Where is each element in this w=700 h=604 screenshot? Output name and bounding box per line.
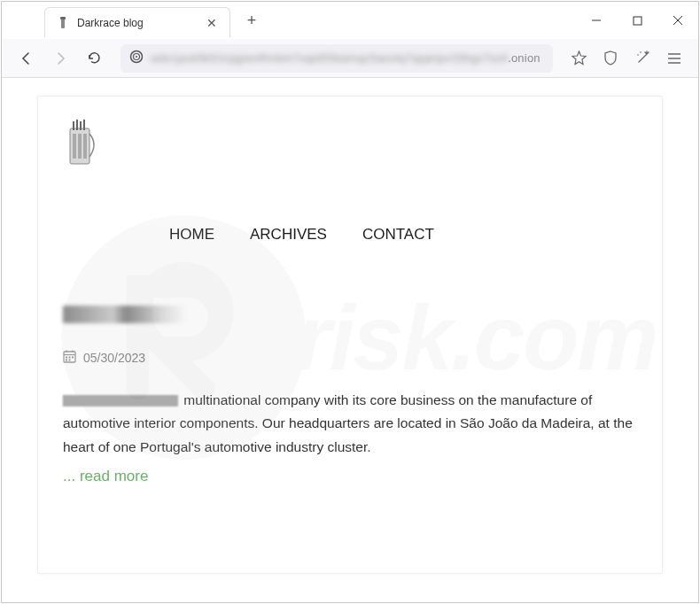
page-content: HOME ARCHIVES CONTACT 05/30/2023 multina…: [2, 78, 698, 602]
maximize-icon[interactable]: [617, 3, 657, 38]
nav-home[interactable]: HOME: [169, 226, 214, 244]
forward-button[interactable]: [46, 44, 74, 73]
window-controls: [576, 3, 698, 38]
tab-favicon-icon: [56, 16, 70, 30]
svg-rect-21: [83, 134, 87, 159]
svg-point-10: [640, 51, 642, 53]
calendar-icon: [63, 350, 76, 366]
svg-rect-26: [66, 357, 67, 359]
browser-window: Darkrace blog ✕ + wdx1pub5k52cjqpwxfhnbm…: [1, 1, 699, 603]
tab-close-icon[interactable]: ✕: [205, 16, 219, 30]
tor-circuit-icon: [129, 50, 144, 67]
read-more-link[interactable]: ... read more: [63, 464, 148, 490]
reload-button[interactable]: [80, 44, 108, 73]
url-text: wdx1pub5k52cjqpwxfhnbm7oqid55kamqc5aovtq…: [151, 51, 544, 65]
browser-toolbar: wdx1pub5k52cjqpwxfhnbm7oqid55kamqc5aovtq…: [2, 39, 698, 78]
post-date-text: 05/30/2023: [83, 351, 145, 365]
svg-rect-19: [73, 134, 76, 159]
site-logo-icon: [63, 118, 104, 171]
svg-rect-28: [72, 357, 74, 359]
menu-icon[interactable]: [661, 45, 688, 72]
url-suffix: .onion: [508, 51, 541, 65]
back-button[interactable]: [12, 44, 41, 73]
minimize-icon[interactable]: [576, 3, 617, 38]
svg-rect-1: [60, 17, 66, 19]
post-title-redacted: [63, 306, 187, 323]
svg-point-9: [637, 54, 639, 56]
svg-point-8: [136, 56, 137, 58]
title-bar: Darkrace blog ✕ +: [2, 2, 698, 39]
tab-title: Darkrace blog: [77, 17, 198, 29]
post-body: multinational company with its core busi…: [63, 389, 637, 490]
browser-tab[interactable]: Darkrace blog ✕: [44, 7, 230, 37]
header-row: [63, 114, 637, 171]
post-header: [63, 306, 637, 323]
nav-archives[interactable]: ARCHIVES: [250, 226, 327, 244]
svg-rect-3: [634, 17, 642, 25]
svg-rect-30: [69, 360, 71, 361]
url-bar[interactable]: wdx1pub5k52cjqpwxfhnbm7oqid55kamqc5aovtq…: [121, 44, 553, 73]
bookmark-star-icon[interactable]: [565, 45, 592, 72]
page-card: HOME ARCHIVES CONTACT 05/30/2023 multina…: [37, 96, 663, 574]
sparkle-icon[interactable]: [629, 45, 656, 72]
close-icon[interactable]: [657, 3, 698, 38]
svg-rect-20: [78, 134, 82, 159]
svg-rect-27: [69, 357, 71, 359]
post-date-row: 05/30/2023: [63, 350, 637, 366]
url-blurred-host: wdx1pub5k52cjqpwxfhnbm7oqid55kamqc5aovtq…: [151, 51, 508, 65]
nav-contact[interactable]: CONTACT: [362, 226, 434, 244]
new-tab-button[interactable]: +: [239, 12, 264, 30]
site-nav: HOME ARCHIVES CONTACT: [169, 226, 637, 244]
svg-rect-29: [66, 360, 67, 361]
company-name-redacted: [63, 395, 178, 407]
shield-icon[interactable]: [597, 45, 624, 72]
